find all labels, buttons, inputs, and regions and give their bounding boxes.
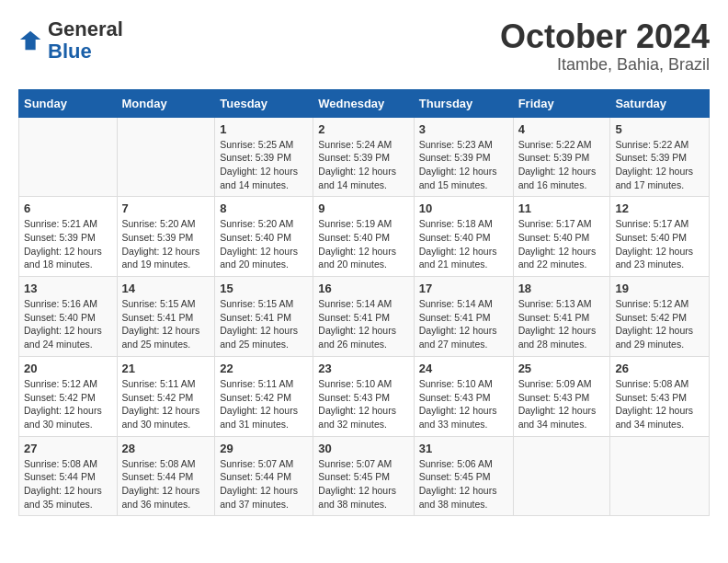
day-info: Sunrise: 5:11 AMSunset: 5:42 PMDaylight:… [122, 377, 210, 431]
cell-w5-d1: 27Sunrise: 5:08 AMSunset: 5:44 PMDayligh… [19, 436, 118, 516]
cell-w1-d1 [19, 117, 118, 197]
day-number: 23 [318, 362, 408, 375]
cell-w2-d3: 8Sunrise: 5:20 AMSunset: 5:40 PMDaylight… [215, 197, 313, 277]
cell-w1-d2 [117, 117, 215, 197]
day-info: Sunrise: 5:25 AMSunset: 5:39 PMDaylight:… [220, 138, 308, 192]
day-info: Sunrise: 5:16 AMSunset: 5:40 PMDaylight:… [24, 297, 112, 351]
calendar-title: October 2024 [500, 18, 710, 55]
day-info: Sunrise: 5:08 AMSunset: 5:44 PMDaylight:… [24, 457, 112, 511]
cell-w4-d6: 25Sunrise: 5:09 AMSunset: 5:43 PMDayligh… [513, 356, 610, 436]
svg-marker-0 [20, 31, 40, 51]
calendar-table: Sunday Monday Tuesday Wednesday Thursday… [18, 89, 710, 517]
cell-w3-d2: 14Sunrise: 5:15 AMSunset: 5:41 PMDayligh… [117, 277, 215, 357]
header-thursday: Thursday [414, 89, 513, 117]
day-info: Sunrise: 5:19 AMSunset: 5:40 PMDaylight:… [318, 217, 408, 271]
cell-w3-d3: 15Sunrise: 5:15 AMSunset: 5:41 PMDayligh… [215, 277, 313, 357]
day-info: Sunrise: 5:08 AMSunset: 5:44 PMDaylight:… [122, 457, 210, 511]
header-monday: Monday [117, 89, 215, 117]
day-info: Sunrise: 5:09 AMSunset: 5:43 PMDaylight:… [518, 377, 606, 431]
day-info: Sunrise: 5:10 AMSunset: 5:43 PMDaylight:… [318, 377, 408, 431]
day-number: 8 [220, 201, 308, 215]
day-number: 29 [220, 442, 308, 455]
day-number: 4 [518, 122, 606, 136]
day-number: 27 [24, 442, 112, 455]
cell-w1-d5: 3Sunrise: 5:23 AMSunset: 5:39 PMDaylight… [414, 117, 513, 197]
cell-w4-d1: 20Sunrise: 5:12 AMSunset: 5:42 PMDayligh… [19, 356, 118, 436]
day-info: Sunrise: 5:17 AMSunset: 5:40 PMDaylight:… [615, 217, 704, 271]
day-number: 20 [24, 362, 112, 375]
day-info: Sunrise: 5:10 AMSunset: 5:43 PMDaylight:… [419, 377, 508, 431]
day-number: 10 [419, 201, 508, 215]
day-number: 24 [419, 362, 508, 375]
logo: GeneralBlue [18, 18, 123, 63]
header-tuesday: Tuesday [215, 89, 313, 117]
day-info: Sunrise: 5:18 AMSunset: 5:40 PMDaylight:… [419, 217, 508, 271]
header-saturday: Saturday [610, 89, 710, 117]
day-number: 16 [318, 282, 408, 295]
header-friday: Friday [513, 89, 610, 117]
week-row-2: 6Sunrise: 5:21 AMSunset: 5:39 PMDaylight… [19, 197, 710, 277]
day-number: 25 [518, 362, 606, 375]
header-wednesday: Wednesday [313, 89, 414, 117]
day-number: 6 [24, 201, 112, 215]
cell-w3-d4: 16Sunrise: 5:14 AMSunset: 5:41 PMDayligh… [313, 277, 414, 357]
cell-w2-d4: 9Sunrise: 5:19 AMSunset: 5:40 PMDaylight… [313, 197, 414, 277]
cell-w5-d2: 28Sunrise: 5:08 AMSunset: 5:44 PMDayligh… [117, 436, 215, 516]
day-number: 5 [615, 122, 704, 136]
cell-w2-d5: 10Sunrise: 5:18 AMSunset: 5:40 PMDayligh… [414, 197, 513, 277]
day-info: Sunrise: 5:11 AMSunset: 5:42 PMDaylight:… [220, 377, 308, 431]
day-info: Sunrise: 5:13 AMSunset: 5:41 PMDaylight:… [518, 297, 606, 351]
day-info: Sunrise: 5:12 AMSunset: 5:42 PMDaylight:… [24, 377, 112, 431]
cell-w1-d3: 1Sunrise: 5:25 AMSunset: 5:39 PMDaylight… [215, 117, 313, 197]
cell-w4-d2: 21Sunrise: 5:11 AMSunset: 5:42 PMDayligh… [117, 356, 215, 436]
day-number: 1 [220, 122, 308, 136]
logo-text: GeneralBlue [48, 18, 123, 63]
cell-w4-d3: 22Sunrise: 5:11 AMSunset: 5:42 PMDayligh… [215, 356, 313, 436]
day-info: Sunrise: 5:21 AMSunset: 5:39 PMDaylight:… [24, 217, 112, 271]
header-sunday: Sunday [19, 89, 118, 117]
day-info: Sunrise: 5:07 AMSunset: 5:44 PMDaylight:… [220, 457, 308, 511]
calendar-subtitle: Itambe, Bahia, Brazil [500, 55, 710, 75]
day-info: Sunrise: 5:07 AMSunset: 5:45 PMDaylight:… [318, 457, 408, 511]
day-info: Sunrise: 5:20 AMSunset: 5:39 PMDaylight:… [122, 217, 210, 271]
cell-w4-d5: 24Sunrise: 5:10 AMSunset: 5:43 PMDayligh… [414, 356, 513, 436]
cell-w2-d6: 11Sunrise: 5:17 AMSunset: 5:40 PMDayligh… [513, 197, 610, 277]
week-row-3: 13Sunrise: 5:16 AMSunset: 5:40 PMDayligh… [19, 277, 710, 357]
page-header: GeneralBlue October 2024 Itambe, Bahia, … [18, 18, 710, 75]
day-number: 30 [318, 442, 408, 455]
day-info: Sunrise: 5:22 AMSunset: 5:39 PMDaylight:… [518, 138, 606, 192]
cell-w2-d2: 7Sunrise: 5:20 AMSunset: 5:39 PMDaylight… [117, 197, 215, 277]
cell-w1-d4: 2Sunrise: 5:24 AMSunset: 5:39 PMDaylight… [313, 117, 414, 197]
day-number: 18 [518, 282, 606, 295]
day-info: Sunrise: 5:06 AMSunset: 5:45 PMDaylight:… [419, 457, 508, 511]
day-number: 3 [419, 122, 508, 136]
day-number: 19 [615, 282, 704, 295]
day-number: 14 [122, 282, 210, 295]
cell-w1-d7: 5Sunrise: 5:22 AMSunset: 5:39 PMDaylight… [610, 117, 710, 197]
week-row-4: 20Sunrise: 5:12 AMSunset: 5:42 PMDayligh… [19, 356, 710, 436]
cell-w2-d1: 6Sunrise: 5:21 AMSunset: 5:39 PMDaylight… [19, 197, 118, 277]
day-number: 12 [615, 201, 704, 215]
day-info: Sunrise: 5:14 AMSunset: 5:41 PMDaylight:… [419, 297, 508, 351]
day-number: 9 [318, 201, 408, 215]
cell-w1-d6: 4Sunrise: 5:22 AMSunset: 5:39 PMDaylight… [513, 117, 610, 197]
day-info: Sunrise: 5:12 AMSunset: 5:42 PMDaylight:… [615, 297, 704, 351]
day-number: 17 [419, 282, 508, 295]
title-block: October 2024 Itambe, Bahia, Brazil [500, 18, 710, 75]
cell-w3-d1: 13Sunrise: 5:16 AMSunset: 5:40 PMDayligh… [19, 277, 118, 357]
cell-w5-d3: 29Sunrise: 5:07 AMSunset: 5:44 PMDayligh… [215, 436, 313, 516]
day-info: Sunrise: 5:22 AMSunset: 5:39 PMDaylight:… [615, 138, 704, 192]
day-number: 26 [615, 362, 704, 375]
cell-w3-d7: 19Sunrise: 5:12 AMSunset: 5:42 PMDayligh… [610, 277, 710, 357]
day-number: 2 [318, 122, 408, 136]
cell-w5-d7 [610, 436, 710, 516]
day-info: Sunrise: 5:20 AMSunset: 5:40 PMDaylight:… [220, 217, 308, 271]
day-number: 13 [24, 282, 112, 295]
cell-w4-d4: 23Sunrise: 5:10 AMSunset: 5:43 PMDayligh… [313, 356, 414, 436]
cell-w4-d7: 26Sunrise: 5:08 AMSunset: 5:43 PMDayligh… [610, 356, 710, 436]
day-info: Sunrise: 5:23 AMSunset: 5:39 PMDaylight:… [419, 138, 508, 192]
day-number: 28 [122, 442, 210, 455]
day-number: 22 [220, 362, 308, 375]
cell-w5-d6 [513, 436, 610, 516]
day-info: Sunrise: 5:14 AMSunset: 5:41 PMDaylight:… [318, 297, 408, 351]
